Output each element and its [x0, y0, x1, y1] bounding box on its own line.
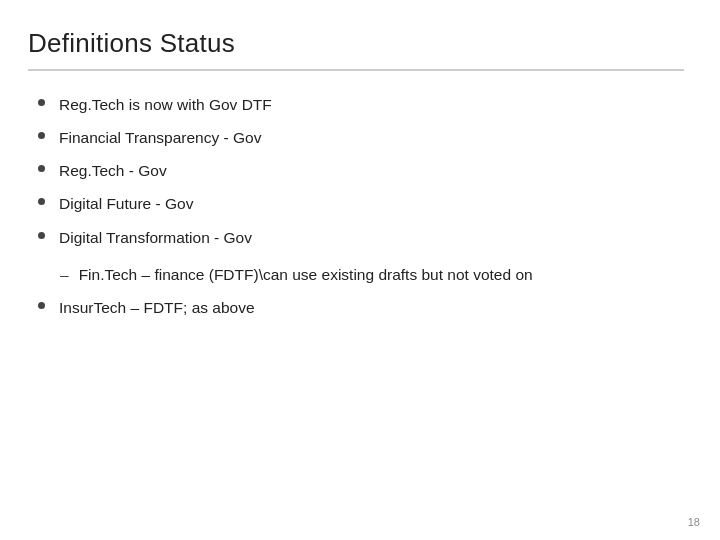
bullet-dot	[38, 99, 45, 106]
bullet-text: Reg.Tech - Gov	[59, 159, 167, 182]
slide-title: Definitions Status	[28, 28, 684, 59]
bullet-text: InsurTech – FDTF; as above	[59, 296, 255, 319]
content-area: Reg.Tech is now with Gov DTF Financial T…	[28, 93, 684, 320]
slide-container: Definitions Status Reg.Tech is now with …	[0, 0, 720, 540]
main-bullet-list: Reg.Tech is now with Gov DTF Financial T…	[38, 93, 684, 249]
bullet-text: Digital Future - Gov	[59, 192, 193, 215]
bullet-dot	[38, 165, 45, 172]
list-item: Reg.Tech is now with Gov DTF	[38, 93, 684, 116]
bullet-dot	[38, 232, 45, 239]
sub-item-text: Fin.Tech – finance (FDTF)\can use existi…	[79, 263, 533, 286]
list-item: InsurTech – FDTF; as above	[38, 296, 684, 319]
bullet-dot	[38, 198, 45, 205]
bullet-text: Digital Transformation - Gov	[59, 226, 252, 249]
list-item: Digital Transformation - Gov	[38, 226, 684, 249]
page-number: 18	[688, 516, 700, 528]
divider	[28, 69, 684, 71]
list-item: Financial Transparency - Gov	[38, 126, 684, 149]
secondary-bullet-list: InsurTech – FDTF; as above	[38, 296, 684, 319]
bullet-text: Financial Transparency - Gov	[59, 126, 261, 149]
list-item: Digital Future - Gov	[38, 192, 684, 215]
bullet-dot	[38, 302, 45, 309]
list-item: Reg.Tech - Gov	[38, 159, 684, 182]
sub-item: – Fin.Tech – finance (FDTF)\can use exis…	[38, 263, 684, 286]
bullet-dot	[38, 132, 45, 139]
sub-dash: –	[60, 263, 69, 286]
bullet-text: Reg.Tech is now with Gov DTF	[59, 93, 272, 116]
